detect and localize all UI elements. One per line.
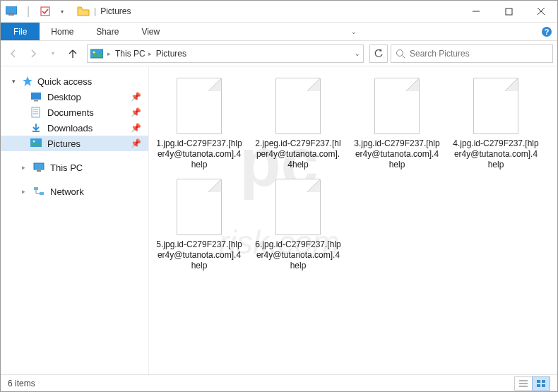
back-button[interactable]	[5, 45, 22, 62]
title-separator: |	[94, 6, 96, 16]
status-bar: 6 items	[1, 374, 557, 391]
svg-rect-2	[41, 7, 49, 16]
svg-point-21	[33, 141, 35, 143]
file-icon	[473, 78, 518, 134]
desktop-icon	[30, 91, 42, 102]
qat-separator: |	[20, 4, 36, 19]
svg-rect-13	[31, 93, 41, 100]
pictures-icon	[90, 49, 103, 59]
svg-rect-23	[37, 170, 41, 172]
chevron-right-icon: ▸	[22, 164, 28, 171]
svg-rect-0	[6, 6, 17, 14]
file-list[interactable]: 1.jpg.id-C279F237.[hlper4y@tutanota.com]…	[149, 66, 557, 374]
qat-dropdown-icon[interactable]: ▾	[54, 4, 70, 19]
large-icons-view-button[interactable]	[532, 376, 550, 391]
search-box[interactable]: Search Pictures	[391, 44, 553, 63]
file-item[interactable]: 3.jpg.id-C279F237.[hlper4y@tutanota.com]…	[354, 78, 440, 170]
details-view-button[interactable]	[514, 376, 533, 391]
sidebar-item-desktop[interactable]: Desktop📌	[1, 89, 148, 105]
svg-rect-24	[34, 187, 38, 190]
crumb-this-pc[interactable]: This PC▸	[115, 49, 152, 59]
address-dropdown-icon[interactable]: ⌄	[355, 50, 360, 57]
properties-icon[interactable]	[37, 4, 53, 19]
chevron-down-icon: ▾	[12, 78, 18, 85]
maximize-button[interactable]	[492, 1, 525, 22]
svg-rect-20	[30, 138, 42, 147]
pc-icon	[33, 162, 44, 173]
quick-access-toolbar: | ▾	[1, 4, 73, 19]
sidebar-network[interactable]: ▸ Network	[1, 184, 148, 199]
file-icon	[177, 78, 222, 134]
svg-rect-31	[537, 384, 540, 387]
file-tab[interactable]: File	[1, 23, 40, 40]
pin-icon: 📌	[131, 92, 141, 102]
nav-pane[interactable]: ▾ Quick access Desktop📌Documents📌Downloa…	[1, 66, 149, 374]
sidebar-item-label: Documents	[47, 107, 94, 118]
quick-access-header[interactable]: ▾ Quick access	[1, 73, 148, 89]
chevron-right-icon[interactable]: ▸	[148, 50, 152, 57]
tab-home[interactable]: Home	[40, 23, 85, 40]
minimize-button[interactable]	[460, 1, 492, 22]
ribbon: File Home Share View ⌄ ?	[1, 23, 557, 41]
svg-rect-25	[40, 192, 44, 195]
forward-button[interactable]	[25, 45, 42, 62]
chevron-right-icon: ▸	[22, 188, 28, 195]
sidebar-item-documents[interactable]: Documents📌	[1, 105, 148, 120]
ribbon-expand-icon[interactable]: ⌄	[345, 23, 362, 40]
search-placeholder: Search Pictures	[410, 49, 470, 59]
file-item[interactable]: 4.jpg.id-C279F237.[hlper4y@tutanota.com]…	[453, 78, 539, 170]
network-icon	[33, 186, 44, 197]
app-icon[interactable]	[4, 4, 19, 19]
svg-point-10	[93, 51, 95, 53]
svg-rect-22	[34, 163, 44, 170]
sidebar-item-label: Desktop	[47, 92, 81, 102]
svg-rect-9	[90, 49, 103, 58]
svg-rect-15	[32, 107, 40, 117]
file-item[interactable]: 2.jpeg.id-C279F237.[hlper4y@tutanota.com…	[255, 78, 341, 170]
svg-rect-14	[34, 100, 38, 102]
sidebar-item-pictures[interactable]: Pictures📌	[1, 136, 148, 151]
file-name: 2.jpeg.id-C279F237.[hlper4y@tutanota.com…	[255, 138, 341, 170]
refresh-button[interactable]	[369, 44, 388, 63]
help-button[interactable]: ?	[536, 23, 557, 40]
nav-bar: ▾ ▸ This PC▸ Pictures ⌄ Search Pictures	[1, 41, 557, 66]
sidebar-item-label: Downloads	[47, 123, 93, 133]
explorer-window: pcrisk.com | ▾ | Pictures File Home Shar…	[0, 0, 558, 392]
svg-rect-30	[542, 380, 545, 383]
body: ▾ Quick access Desktop📌Documents📌Downloa…	[1, 66, 557, 374]
svg-rect-29	[537, 380, 540, 383]
file-icon	[275, 78, 321, 134]
file-name: 4.jpg.id-C279F237.[hlper4y@tutanota.com]…	[453, 138, 539, 170]
file-name: 1.jpg.id-C279F237.[hlper4y@tutanota.com]…	[156, 138, 242, 170]
item-count: 6 items	[8, 379, 35, 388]
tab-share[interactable]: Share	[85, 23, 130, 40]
file-item[interactable]: 1.jpg.id-C279F237.[hlper4y@tutanota.com]…	[156, 78, 242, 170]
search-icon	[396, 49, 405, 59]
address-bar[interactable]: ▸ This PC▸ Pictures ⌄	[87, 44, 364, 63]
file-icon	[275, 179, 321, 235]
tab-view[interactable]: View	[130, 23, 171, 40]
file-name: 3.jpg.id-C279F237.[hlper4y@tutanota.com]…	[354, 138, 440, 170]
chevron-right-icon[interactable]: ▸	[107, 50, 111, 57]
downloads-icon	[30, 122, 42, 133]
up-button[interactable]	[64, 45, 81, 62]
sidebar-item-downloads[interactable]: Downloads📌	[1, 120, 148, 136]
documents-icon	[30, 107, 42, 118]
pin-icon: 📌	[131, 123, 141, 133]
svg-rect-4	[506, 8, 512, 15]
svg-rect-1	[8, 14, 14, 16]
svg-point-11	[397, 49, 403, 56]
crumb-pictures[interactable]: Pictures	[156, 49, 186, 59]
sidebar-item-label: Pictures	[47, 138, 81, 149]
folder-icon: | Pictures	[77, 6, 131, 16]
file-item[interactable]: 6.jpg.id-C279F237.[hlper4y@tutanota.com]…	[255, 179, 341, 271]
sidebar-this-pc[interactable]: ▸ This PC	[1, 160, 148, 175]
svg-text:?: ?	[545, 28, 550, 36]
svg-rect-32	[542, 384, 545, 387]
svg-line-12	[403, 55, 405, 58]
recent-dropdown-icon[interactable]: ▾	[44, 45, 61, 62]
close-button[interactable]	[525, 1, 557, 22]
window-title: Pictures	[100, 6, 131, 16]
file-item[interactable]: 5.jpg.id-C279F237.[hlper4y@tutanota.com]…	[156, 179, 242, 271]
file-icon	[177, 179, 222, 235]
